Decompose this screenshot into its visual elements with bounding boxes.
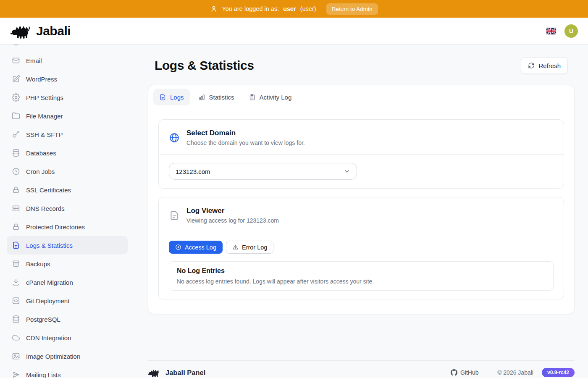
select-domain-title: Select Domain: [186, 129, 305, 137]
arrow-right-circle-icon: [175, 244, 181, 250]
empty-log-message: No access log entries found. Logs will a…: [177, 278, 546, 285]
empty-log-title: No Log Entries: [177, 267, 546, 275]
sidebar-item-label: Email: [26, 57, 42, 64]
gear-icon: [12, 93, 20, 102]
log-viewer-title: Log Viewer: [186, 207, 279, 215]
version-badge[interactable]: v0.9-rc42: [542, 368, 575, 377]
server-icon: [12, 204, 20, 213]
page-footer: Jabali Panel GitHub · © 2026 Jabali v0.9…: [148, 360, 575, 377]
sidebar-item-mailing-lists[interactable]: Mailing Lists: [7, 365, 128, 378]
sidebar-item-git-deployment[interactable]: Git Deployment: [7, 291, 128, 310]
sidebar-item-php-settings[interactable]: PHP Settings: [7, 88, 128, 107]
edit-icon: [12, 75, 20, 83]
sidebar-item-clipped[interactable]: [7, 45, 128, 51]
sidebar-item-label: Git Deployment: [26, 297, 69, 304]
user-avatar[interactable]: U: [564, 24, 578, 38]
logs-card: Logs Statistics Activity Log: [148, 85, 575, 314]
sidebar-item-label: DNS Records: [26, 205, 65, 212]
refresh-icon: [528, 62, 535, 69]
error-log-button[interactable]: Error Log: [226, 241, 273, 254]
sidebar-item-label: Backups: [26, 260, 50, 268]
file-text-icon: [12, 241, 20, 249]
file-text-icon: [169, 210, 180, 221]
app-root: You are logged in as: user (user) Return…: [0, 0, 588, 378]
main-content: Logs & Statistics Refresh Logs Statistic…: [134, 45, 588, 378]
sidebar-item-cron-jobs[interactable]: Cron Jobs: [7, 162, 128, 181]
logged-in-username: user: [283, 5, 296, 12]
github-icon: [451, 369, 457, 376]
key-icon: [12, 130, 20, 139]
log-viewer-heading: Log Viewer Viewing access log for 123123…: [186, 207, 279, 224]
sidebar-item-ssl-certificates[interactable]: SSL Certificates: [7, 181, 128, 199]
sidebar-item-label: SSL Certificates: [26, 186, 71, 194]
sidebar-item-label: SSH & SFTP: [26, 131, 63, 138]
sidebar-item-label: Image Optimization: [26, 353, 80, 360]
tab-label: Statistics: [209, 94, 234, 101]
sidebar-item-label: PHP Settings: [26, 94, 63, 101]
select-domain-header: Select Domain Choose the domain you want…: [159, 120, 564, 155]
sidebar-item-dns-records[interactable]: DNS Records: [7, 199, 128, 218]
download-icon: [12, 278, 20, 286]
log-viewer-content: Access Log Error Log No Log Entries No a…: [159, 232, 564, 299]
code-icon: [12, 297, 20, 305]
footer-links: GitHub · © 2026 Jabali v0.9-rc42: [451, 368, 575, 377]
return-to-admin-button[interactable]: Return to Admin: [326, 3, 378, 15]
page-title: Logs & Statistics: [155, 58, 254, 73]
warning-triangle-icon: [232, 244, 239, 250]
sidebar-item-protected-directories[interactable]: Protected Directories: [7, 218, 128, 236]
sidebar-item-ssh-sftp[interactable]: SSH & SFTP: [7, 125, 128, 144]
access-log-button[interactable]: Access Log: [169, 241, 223, 254]
tab-statistics[interactable]: Statistics: [192, 89, 240, 105]
sidebar-item-label: Logs & Statistics: [26, 242, 73, 249]
uk-flag-icon: [546, 28, 556, 34]
language-flag-button[interactable]: [546, 28, 556, 34]
empty-log-state: No Log Entries No access log entries fou…: [169, 261, 554, 291]
log-viewer-section: Log Viewer Viewing access log for 123123…: [158, 197, 564, 299]
brand-home-link[interactable]: Jabali: [10, 23, 71, 39]
footer-separator: ·: [487, 369, 489, 376]
domain-select-value: 123123.com: [176, 168, 210, 175]
clipboard-icon: [249, 94, 256, 101]
sidebar-item-cdn-integration[interactable]: CDN Integration: [7, 328, 128, 347]
sidebar-item-postgresql[interactable]: PostgreSQL: [7, 310, 128, 328]
page-header: Logs & Statistics Refresh: [148, 57, 575, 74]
app-header: Jabali U: [0, 18, 588, 45]
sidebar-item-wordpress[interactable]: WordPress: [7, 70, 128, 88]
clipped-menu-icon: [12, 45, 20, 46]
sidebar-item-cpanel-migration[interactable]: cPanel Migration: [7, 273, 128, 291]
sidebar-item-logs-statistics[interactable]: Logs & Statistics: [7, 236, 128, 255]
select-domain-heading: Select Domain Choose the domain you want…: [186, 129, 305, 146]
send-icon: [12, 370, 20, 378]
sidebar-item-image-optimization[interactable]: Image Optimization: [7, 347, 128, 365]
domain-select[interactable]: 123123.com: [169, 163, 357, 180]
github-link[interactable]: GitHub: [451, 369, 479, 376]
boar-logo-icon: [148, 368, 160, 377]
tab-activity-log[interactable]: Activity Log: [243, 89, 298, 105]
lock-icon: [12, 186, 20, 194]
tab-bar: Logs Statistics Activity Log: [148, 85, 574, 109]
sidebar-item-databases[interactable]: Databases: [7, 144, 128, 162]
access-log-label: Access Log: [185, 244, 216, 251]
select-domain-content: 123123.com: [159, 155, 564, 188]
clock-icon: [12, 167, 20, 176]
select-domain-section: Select Domain Choose the domain you want…: [158, 119, 564, 189]
log-viewer-header: Log Viewer Viewing access log for 123123…: [159, 197, 564, 232]
sidebar-item-file-manager[interactable]: File Manager: [7, 107, 128, 125]
body-layout: Email WordPress PHP Settings File Manage…: [0, 45, 588, 378]
logged-in-role: (user): [300, 5, 316, 12]
sidebar-item-label: Cron Jobs: [26, 168, 55, 175]
user-icon: [210, 5, 218, 13]
boar-logo-icon: [10, 23, 32, 39]
chevron-down-icon: [344, 168, 350, 175]
tab-label: Logs: [170, 94, 184, 101]
sidebar-item-email[interactable]: Email: [7, 51, 128, 70]
log-viewer-description: Viewing access log for 123123.com: [186, 217, 279, 224]
lock-icon: [12, 223, 20, 231]
tab-logs[interactable]: Logs: [153, 89, 190, 105]
sidebar-item-label: Mailing Lists: [26, 371, 61, 378]
image-icon: [12, 352, 20, 360]
mail-icon: [12, 56, 20, 65]
refresh-button[interactable]: Refresh: [521, 57, 568, 74]
sidebar-item-backups[interactable]: Backups: [7, 255, 128, 273]
select-domain-description: Choose the domain you want to view logs …: [186, 139, 305, 146]
